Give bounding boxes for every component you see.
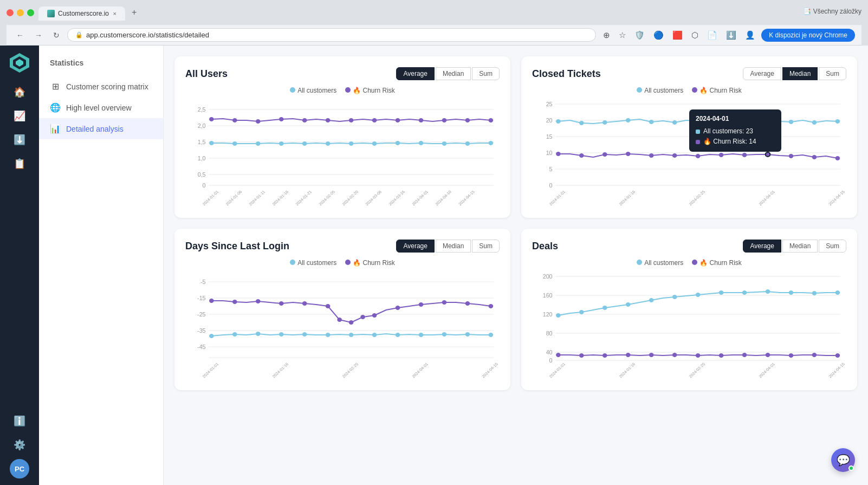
all-users-chart-area: 2,5 2,0 1,5 1,0 0,5 0 bbox=[185, 99, 500, 207]
profile-button[interactable]: 👤 bbox=[742, 29, 758, 42]
nav-item-high-level[interactable]: 🌐 High level overview bbox=[39, 97, 163, 118]
extension4-button[interactable]: ⬡ bbox=[689, 29, 701, 42]
extension2-button[interactable]: 🔵 bbox=[651, 29, 666, 42]
svg-point-115 bbox=[349, 320, 354, 325]
svg-point-108 bbox=[209, 299, 214, 303]
svg-point-158 bbox=[672, 295, 677, 299]
svg-text:2024-04-01: 2024-04-01 bbox=[411, 362, 429, 379]
sidebar-info-icon[interactable]: ℹ️ bbox=[10, 411, 29, 431]
close-button[interactable] bbox=[7, 9, 14, 16]
all-tabs-area[interactable]: 📑 Všechny záložky bbox=[803, 8, 861, 17]
lock-icon: 🔒 bbox=[75, 31, 83, 38]
closed-tickets-sum-btn[interactable]: Sum bbox=[819, 67, 846, 80]
svg-point-153 bbox=[556, 313, 561, 318]
tab-bar: Customerscore.io × + bbox=[38, 4, 142, 21]
svg-text:2024-02-20: 2024-02-20 bbox=[341, 190, 359, 206]
svg-point-121 bbox=[465, 301, 470, 306]
sidebar-analytics-icon[interactable]: 📈 bbox=[10, 106, 29, 126]
maximize-button[interactable] bbox=[27, 9, 34, 16]
translate-button[interactable]: ⊕ bbox=[600, 29, 613, 42]
main-content: All Users Average Median Sum All custome… bbox=[164, 46, 868, 485]
deals-average-btn[interactable]: Average bbox=[743, 240, 781, 253]
address-bar[interactable]: 🔒 app.customerscore.io/statistics/detail… bbox=[67, 28, 596, 42]
svg-text:-45: -45 bbox=[197, 344, 206, 350]
sidebar-settings-icon[interactable]: ⚙️ bbox=[10, 435, 29, 455]
bookmark-button[interactable]: ☆ bbox=[616, 29, 629, 42]
svg-point-87 bbox=[742, 153, 747, 157]
download-button[interactable]: ⬇️ bbox=[723, 29, 739, 42]
all-users-average-btn[interactable]: Average bbox=[396, 67, 434, 80]
extension3-button[interactable]: 🟥 bbox=[670, 29, 685, 42]
days-last-login-median-btn[interactable]: Median bbox=[436, 240, 471, 253]
svg-point-123 bbox=[209, 334, 214, 338]
deals-svg: 200 160 120 80 40 0 bbox=[532, 271, 846, 379]
days-last-login-sum-btn[interactable]: Sum bbox=[472, 240, 500, 253]
charts-grid: All Users Average Median Sum All custome… bbox=[174, 56, 857, 390]
extension1-button[interactable]: 🛡️ bbox=[632, 29, 647, 42]
closed-tickets-svg: 25 20 15 10 5 0 bbox=[532, 99, 846, 207]
svg-point-83 bbox=[649, 153, 654, 158]
svg-point-26 bbox=[465, 118, 470, 122]
sidebar-download-icon[interactable]: ⬇️ bbox=[10, 130, 29, 150]
svg-point-170 bbox=[649, 353, 654, 357]
forward-button[interactable]: → bbox=[31, 29, 46, 42]
closed-tickets-header: Closed Tickets Average Median Sum bbox=[532, 67, 846, 80]
svg-point-74 bbox=[754, 115, 759, 119]
svg-point-111 bbox=[279, 301, 284, 306]
svg-text:2024-02-25: 2024-02-25 bbox=[341, 362, 359, 379]
all-users-median-btn[interactable]: Median bbox=[436, 67, 471, 80]
days-last-login-average-btn[interactable]: Average bbox=[396, 240, 434, 253]
nav-item-detailed-analysis[interactable]: 📊 Detailed analysis bbox=[39, 118, 163, 139]
svg-text:2024-01-06: 2024-01-06 bbox=[225, 190, 243, 206]
back-button[interactable]: ← bbox=[13, 29, 27, 42]
extension5-button[interactable]: 📄 bbox=[704, 29, 720, 42]
svg-point-164 bbox=[812, 291, 817, 295]
svg-text:2024-01-01: 2024-01-01 bbox=[548, 190, 567, 206]
svg-text:2024-04-15: 2024-04-15 bbox=[457, 190, 476, 206]
chat-button[interactable]: 💬 bbox=[831, 448, 855, 472]
svg-point-39 bbox=[465, 141, 470, 146]
svg-point-172 bbox=[696, 353, 701, 358]
nav-item-customer-scoring[interactable]: ⊞ Customer scoring matrix bbox=[39, 76, 163, 97]
new-tab-button[interactable]: + bbox=[126, 4, 142, 21]
svg-text:0: 0 bbox=[203, 183, 206, 189]
refresh-button[interactable]: ↻ bbox=[50, 29, 63, 42]
svg-point-132 bbox=[419, 333, 424, 337]
svg-point-76 bbox=[789, 120, 794, 124]
closed-tickets-average-btn[interactable]: Average bbox=[743, 67, 781, 80]
customer-scoring-icon: ⊞ bbox=[50, 81, 61, 92]
sidebar-home-icon[interactable]: 🏠 bbox=[10, 82, 29, 102]
user-avatar[interactable]: PC bbox=[10, 459, 29, 478]
deals-legend: All customers 🔥 Churn Risk bbox=[532, 259, 846, 267]
svg-text:-35: -35 bbox=[197, 328, 206, 334]
svg-point-161 bbox=[742, 290, 747, 295]
svg-text:2024-01-11: 2024-01-11 bbox=[248, 190, 267, 206]
svg-point-65 bbox=[556, 119, 561, 124]
chat-icon: 💬 bbox=[837, 454, 850, 467]
svg-point-88 bbox=[766, 152, 770, 157]
svg-text:2024-04-15: 2024-04-15 bbox=[827, 190, 846, 206]
tab-favicon bbox=[47, 10, 55, 17]
chrome-update-button[interactable]: K dispozici je nový Chrome bbox=[761, 29, 855, 42]
svg-point-119 bbox=[419, 302, 424, 307]
svg-point-75 bbox=[766, 117, 770, 121]
deals-median-btn[interactable]: Median bbox=[782, 240, 818, 253]
svg-text:2024-04-15: 2024-04-15 bbox=[827, 362, 846, 379]
svg-point-176 bbox=[789, 353, 794, 358]
minimize-button[interactable] bbox=[17, 9, 24, 16]
svg-text:2024-01-01: 2024-01-01 bbox=[202, 190, 220, 206]
svg-point-173 bbox=[719, 353, 724, 358]
all-users-sum-btn[interactable]: Sum bbox=[472, 67, 500, 80]
deals-sum-btn[interactable]: Sum bbox=[819, 240, 846, 253]
svg-point-174 bbox=[742, 353, 747, 357]
tab-close-icon[interactable]: × bbox=[113, 10, 116, 17]
all-users-header: All Users Average Median Sum bbox=[185, 67, 500, 80]
active-tab[interactable]: Customerscore.io × bbox=[38, 7, 125, 21]
svg-point-130 bbox=[372, 333, 377, 337]
closed-tickets-median-btn[interactable]: Median bbox=[782, 67, 818, 80]
svg-text:2024-02-25: 2024-02-25 bbox=[688, 190, 706, 206]
svg-text:0,5: 0,5 bbox=[198, 172, 206, 178]
app-logo[interactable] bbox=[9, 52, 30, 74]
svg-text:120: 120 bbox=[543, 312, 553, 318]
sidebar-reports-icon[interactable]: 📋 bbox=[10, 154, 29, 173]
